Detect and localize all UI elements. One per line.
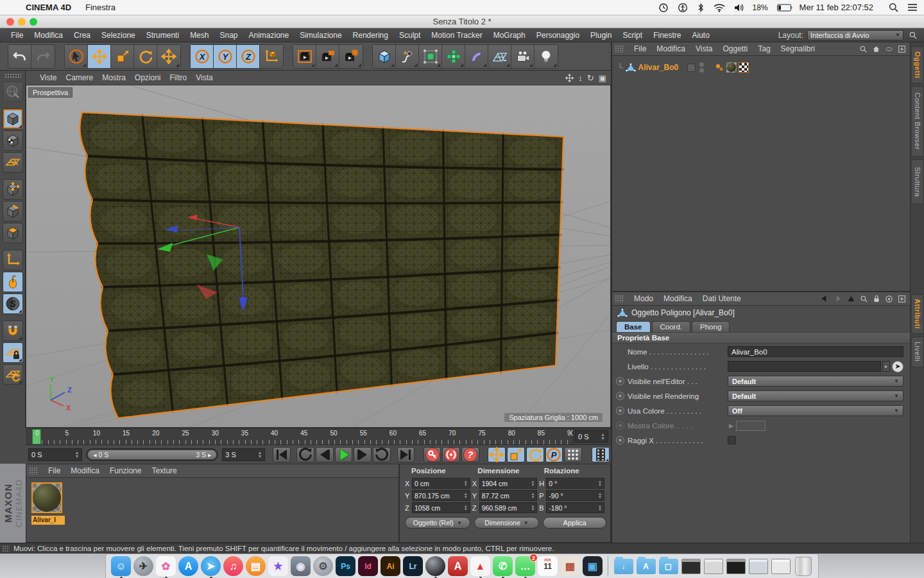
dock-icon-calendar[interactable]: 11FEB bbox=[538, 556, 558, 576]
dock-icon-autocad[interactable]: A bbox=[448, 556, 468, 576]
previous-frame-button[interactable] bbox=[316, 447, 334, 462]
dock-icon-photos[interactable]: ✿ bbox=[156, 556, 176, 576]
play-button[interactable] bbox=[335, 447, 353, 462]
play-backwards-button[interactable] bbox=[296, 447, 314, 462]
time-machine-icon[interactable] bbox=[658, 3, 669, 13]
menubar-clock[interactable]: Mer 11 feb 22:07:52 bbox=[800, 3, 873, 12]
viewport-3d-view[interactable]: YZX bbox=[26, 85, 611, 428]
current-frame-spinner[interactable]: 0 S ▲▼ bbox=[575, 430, 608, 442]
dock-icon-minimized-window-2[interactable] bbox=[703, 556, 723, 576]
key-rotation-toggle[interactable] bbox=[526, 447, 544, 462]
om-path-icon[interactable] bbox=[885, 45, 893, 53]
tab-coord[interactable]: Coord. bbox=[652, 321, 691, 332]
menu-item-file[interactable]: File bbox=[634, 44, 646, 53]
menu-item-vista[interactable]: Vista bbox=[196, 73, 212, 82]
modeling-objects-button[interactable] bbox=[442, 45, 465, 68]
menu-item-finestre[interactable]: Finestre bbox=[653, 31, 681, 40]
keyframe-selection-button[interactable]: ? bbox=[461, 447, 479, 462]
menu-item-segnalibri[interactable]: Segnalibri bbox=[781, 44, 815, 53]
viewport-canvas[interactable]: YZX Prospettiva Spaziatura Griglia : 100… bbox=[26, 85, 611, 428]
menu-item-modifica[interactable]: Modifica bbox=[663, 294, 692, 303]
rot-b-input[interactable]: -180 °▲▼ bbox=[546, 502, 604, 513]
record-keyframe-button[interactable] bbox=[424, 447, 441, 462]
dock-icon-minimized-window-5[interactable] bbox=[771, 556, 791, 576]
timeline-start-spinner[interactable]: 0 S ▲▼ bbox=[28, 448, 82, 461]
render-picture-viewer-button[interactable] bbox=[316, 45, 339, 68]
menu-item-oggetti[interactable]: Oggetti bbox=[723, 44, 748, 53]
tab-struttura[interactable]: Struttura bbox=[911, 159, 924, 204]
dock-icon-acrobat[interactable]: ▲ bbox=[470, 556, 490, 576]
menu-item-file[interactable]: File bbox=[11, 31, 23, 40]
menu-item-funzione[interactable]: Funzione bbox=[110, 466, 141, 475]
object-name[interactable]: Alivar_Bo0 bbox=[638, 63, 679, 72]
parent-object-icon[interactable] bbox=[847, 295, 855, 302]
menu-item-animazione[interactable]: Animazione bbox=[249, 31, 289, 40]
dock-icon-app-store[interactable]: A bbox=[178, 556, 198, 576]
viewport-zoom-icon[interactable]: ↕ bbox=[578, 73, 583, 83]
object-manager-grip[interactable] bbox=[615, 45, 624, 53]
menu-item-filtro[interactable]: Filtro bbox=[170, 73, 187, 82]
tab-content-browser[interactable]: Content Browser bbox=[911, 86, 924, 157]
use-color-dropdown[interactable]: Off▼ bbox=[728, 405, 903, 416]
size-x-input[interactable]: 1904 cm▲▼ bbox=[479, 478, 538, 489]
deformer-button[interactable] bbox=[465, 45, 488, 68]
layer-toggle-icon[interactable] bbox=[687, 64, 696, 72]
dock-icon-minimized-window-1[interactable] bbox=[681, 556, 701, 576]
uvw-tag-icon[interactable] bbox=[739, 62, 749, 73]
history-back-icon[interactable] bbox=[820, 295, 829, 302]
dock-icon-messages[interactable]: …2 bbox=[515, 556, 535, 576]
menu-item-crea[interactable]: Crea bbox=[74, 31, 90, 40]
light-button[interactable] bbox=[535, 45, 558, 68]
dock-icon-facetime[interactable]: ✆ bbox=[493, 556, 513, 576]
pos-x-input[interactable]: 0 cm▲▼ bbox=[412, 478, 470, 489]
tab-livelli[interactable]: Livelli bbox=[911, 337, 924, 367]
menu-item-tag[interactable]: Tag bbox=[758, 44, 770, 53]
animate-toggle-icon[interactable] bbox=[616, 377, 624, 385]
axis-mode-button[interactable] bbox=[3, 250, 23, 270]
pos-y-input[interactable]: 870.175 cm▲▼ bbox=[412, 490, 470, 501]
menu-item-plugin[interactable]: Plugin bbox=[590, 31, 612, 40]
spinner-arrows-icon[interactable]: ▲▼ bbox=[74, 451, 79, 459]
dock-icon-folder-documents[interactable]: ▢ bbox=[658, 556, 678, 576]
display-color-swatch[interactable] bbox=[736, 421, 766, 431]
layout-dropdown[interactable]: Interfaccia di Avvio ▼ bbox=[807, 30, 903, 40]
key-parameter-toggle[interactable]: P bbox=[545, 447, 563, 462]
timeline-ruler[interactable]: 051015202530354045505560657075808590 bbox=[27, 428, 574, 445]
dock-icon-photo-booth[interactable]: ◉ bbox=[291, 556, 311, 576]
render-view-button[interactable] bbox=[293, 45, 316, 68]
om-search-icon[interactable] bbox=[859, 45, 868, 53]
rotate-tool-button[interactable] bbox=[134, 45, 157, 68]
menu-item-file[interactable]: File bbox=[48, 466, 60, 475]
timeline-window-button[interactable] bbox=[592, 447, 610, 462]
wifi-icon[interactable] bbox=[714, 3, 725, 12]
menu-item-dati-utente[interactable]: Dati Utente bbox=[703, 294, 741, 303]
attr-add-icon[interactable] bbox=[898, 295, 906, 303]
edges-mode-button[interactable] bbox=[3, 201, 23, 222]
add-cube-primitive-button[interactable] bbox=[373, 45, 396, 68]
dock-icon-indesign[interactable]: Id bbox=[358, 556, 378, 576]
active-app-name[interactable]: CINEMA 4D bbox=[26, 3, 71, 12]
size-y-input[interactable]: 87.72 cm▲▼ bbox=[479, 490, 538, 501]
dock-icon-ibooks[interactable]: ▤ bbox=[246, 556, 266, 576]
soft-selection-button[interactable]: S bbox=[3, 293, 23, 314]
dock-icon-launchpad[interactable]: ✈ bbox=[133, 556, 153, 576]
name-field[interactable]: Alivar_Bo0 bbox=[728, 346, 903, 357]
size-z-input[interactable]: 960.589 cm▲▼ bbox=[479, 502, 538, 513]
floor-environment-button[interactable] bbox=[488, 45, 511, 68]
menu-item-mograph[interactable]: MoGraph bbox=[493, 31, 526, 40]
notification-center-icon[interactable] bbox=[907, 3, 918, 12]
follow-selection-icon[interactable] bbox=[885, 295, 893, 303]
make-editable-button[interactable] bbox=[3, 82, 23, 102]
visible-editor-dropdown[interactable]: Default▼ bbox=[728, 376, 903, 387]
subdivision-surface-button[interactable] bbox=[419, 45, 442, 68]
apply-button[interactable]: Applica bbox=[543, 517, 606, 529]
xray-checkbox[interactable] bbox=[728, 436, 736, 444]
texture-tag-icon[interactable] bbox=[726, 62, 737, 73]
go-to-start-button[interactable] bbox=[273, 447, 291, 462]
menu-item-personaggio[interactable]: Personaggio bbox=[536, 31, 579, 40]
menu-item-mostra[interactable]: Mostra bbox=[102, 73, 126, 82]
spinner-arrows-icon[interactable]: ▲▼ bbox=[601, 433, 605, 441]
dock-icon-app-dark-tablet[interactable]: ▣ bbox=[583, 556, 603, 576]
menu-item-modifica[interactable]: Modifica bbox=[34, 31, 63, 40]
model-mode-button[interactable] bbox=[3, 109, 23, 129]
